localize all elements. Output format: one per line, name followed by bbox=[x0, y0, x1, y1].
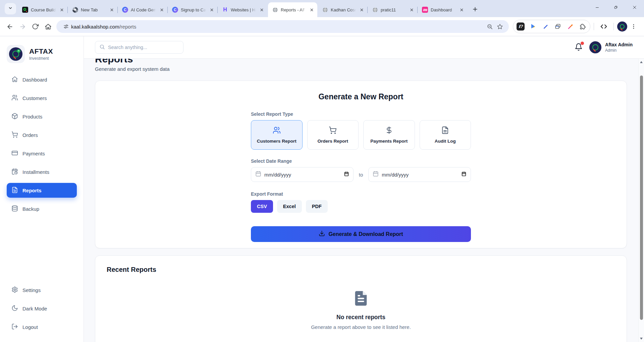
scrollbar-thumb[interactable] bbox=[640, 76, 643, 320]
search-input[interactable] bbox=[108, 45, 179, 50]
chevron-down-icon bbox=[8, 6, 13, 12]
sidebar-item-installments[interactable]: Installments bbox=[7, 164, 77, 179]
browser-tab[interactable]: H Websites | Ho bbox=[218, 2, 267, 17]
devtools-code-icon[interactable] bbox=[597, 20, 610, 33]
report-type-orders[interactable]: Orders Report bbox=[307, 120, 359, 150]
calendar-clock-icon bbox=[11, 168, 18, 176]
tab-search-button[interactable] bbox=[5, 3, 16, 14]
zoom-out-icon[interactable] bbox=[485, 21, 495, 32]
back-button[interactable] bbox=[3, 20, 16, 33]
report-type-payments[interactable]: Payments Report bbox=[363, 120, 415, 150]
app-header: Aftax Admin Admin bbox=[84, 36, 644, 59]
browser-tabstrip: Course Builde New Tab C AI Code Gen C Si… bbox=[0, 0, 644, 17]
window-capture-extension-icon[interactable] bbox=[554, 22, 562, 31]
date-picker-icon[interactable] bbox=[344, 171, 349, 178]
scrollbar-up-arrow[interactable] bbox=[640, 61, 643, 63]
sidebar-item-dark-mode[interactable]: Dark Mode bbox=[7, 301, 77, 316]
tab-close-icon[interactable] bbox=[209, 7, 215, 13]
tab-close-icon[interactable] bbox=[59, 7, 65, 13]
brand-name: AFTAX bbox=[29, 47, 53, 55]
user-menu[interactable]: Aftax Admin Admin bbox=[589, 41, 637, 53]
date-picker-icon[interactable] bbox=[461, 171, 467, 178]
download-icon bbox=[319, 230, 325, 238]
browser-tab[interactable]: Course Builde bbox=[18, 2, 67, 17]
notifications-button[interactable] bbox=[575, 43, 583, 52]
report-type-audit-log[interactable]: Audit Log bbox=[420, 120, 471, 150]
c-gradient-favicon: C bbox=[172, 7, 178, 13]
forward-button[interactable] bbox=[16, 20, 29, 33]
report-type-label: Payments Report bbox=[370, 139, 408, 144]
sidebar-item-label: Reports bbox=[22, 188, 42, 193]
puzzle-extensions-icon[interactable] bbox=[579, 22, 587, 31]
sidebar-item-label: Customers bbox=[22, 95, 47, 101]
window-restore-button[interactable] bbox=[606, 0, 625, 15]
browser-tab[interactable]: m Dashboard bbox=[418, 2, 467, 17]
address-bar[interactable]: kaal.kalkaalshop.com/reports bbox=[56, 20, 509, 33]
page-scrollbar[interactable] bbox=[638, 59, 644, 342]
window-minimize-button[interactable] bbox=[588, 0, 606, 15]
format-csv-button[interactable]: CSV bbox=[251, 200, 273, 213]
generate-download-button[interactable]: Generate & Download Report bbox=[251, 226, 471, 242]
browser-menu-icon[interactable] bbox=[627, 20, 640, 33]
eyedropper-extension-icon[interactable] bbox=[566, 22, 574, 31]
sidebar-item-reports[interactable]: Reports bbox=[7, 183, 77, 198]
scrollbar-down-arrow[interactable] bbox=[640, 338, 643, 340]
tab-close-icon[interactable] bbox=[409, 7, 415, 13]
sidebar-item-customers[interactable]: Customers bbox=[7, 91, 77, 105]
sidebar-item-dashboard[interactable]: Dashboard bbox=[7, 72, 77, 87]
sidebar-item-logout[interactable]: Logout bbox=[7, 320, 77, 334]
fq-extension-icon[interactable]: f? bbox=[517, 22, 525, 31]
home-button[interactable] bbox=[42, 20, 54, 33]
window-close-button[interactable] bbox=[625, 0, 644, 15]
globe-favicon bbox=[272, 7, 278, 13]
browser-tab[interactable]: New Tab bbox=[68, 2, 117, 17]
cart-icon bbox=[329, 126, 337, 136]
date-to-label: to bbox=[359, 172, 363, 178]
tab-title: pratic11 bbox=[381, 7, 406, 12]
sidebar-item-settings[interactable]: Settings bbox=[7, 283, 77, 297]
new-tab-button[interactable] bbox=[470, 4, 480, 14]
search-box[interactable] bbox=[95, 41, 183, 54]
tab-close-icon[interactable] bbox=[259, 7, 265, 13]
tab-close-icon[interactable] bbox=[309, 7, 315, 13]
reload-button[interactable] bbox=[29, 20, 42, 33]
sidebar-item-orders[interactable]: Orders bbox=[7, 128, 77, 142]
end-date-field[interactable] bbox=[382, 172, 458, 178]
start-date-field[interactable] bbox=[264, 172, 341, 178]
brand-tagline: Investment bbox=[29, 56, 53, 61]
empty-state-subtitle: Generate a report above to see it listed… bbox=[311, 324, 411, 330]
date-range-label: Select Date Range bbox=[251, 158, 471, 164]
url-text[interactable]: kaal.kalkaalshop.com/reports bbox=[71, 24, 485, 30]
sidebar-item-backup[interactable]: Backup bbox=[7, 201, 77, 216]
sidebar-item-label: Dark Mode bbox=[22, 306, 47, 311]
browser-tab[interactable]: pratic11 bbox=[368, 2, 417, 17]
play-extension-icon[interactable] bbox=[529, 22, 537, 31]
users-icon bbox=[273, 126, 281, 136]
pen-extension-icon[interactable] bbox=[541, 22, 549, 31]
tab-close-icon[interactable] bbox=[159, 7, 165, 13]
dollar-icon bbox=[385, 126, 393, 136]
report-type-customers[interactable]: Customers Report bbox=[251, 120, 303, 150]
notification-dot bbox=[581, 42, 584, 45]
browser-tab[interactable]: Kadhan Cosm bbox=[318, 2, 367, 17]
sidebar-item-products[interactable]: Products bbox=[7, 109, 77, 124]
site-settings-tune-icon[interactable] bbox=[61, 21, 71, 32]
tab-close-icon[interactable] bbox=[359, 7, 365, 13]
browser-tab[interactable]: C Signup to Ca bbox=[168, 2, 217, 17]
browser-tab[interactable]: C AI Code Gen bbox=[118, 2, 167, 17]
tab-close-icon[interactable] bbox=[459, 7, 465, 13]
sidebar-item-payments[interactable]: Payments bbox=[7, 146, 77, 161]
end-date-input[interactable] bbox=[368, 167, 471, 182]
logout-icon bbox=[11, 323, 18, 331]
format-pdf-button[interactable]: PDF bbox=[306, 200, 328, 213]
file-text-icon bbox=[11, 187, 18, 194]
browser-tab-active[interactable]: Reports - AF bbox=[268, 2, 317, 17]
browser-profile-avatar[interactable] bbox=[617, 21, 627, 32]
page-subtitle: Generate and export system data bbox=[95, 66, 627, 72]
format-excel-button[interactable]: Excel bbox=[277, 200, 302, 213]
gear-icon bbox=[11, 286, 18, 294]
tab-close-icon[interactable] bbox=[109, 7, 115, 13]
bookmark-star-icon[interactable] bbox=[495, 21, 505, 32]
package-icon bbox=[11, 113, 18, 120]
start-date-input[interactable] bbox=[251, 167, 354, 182]
